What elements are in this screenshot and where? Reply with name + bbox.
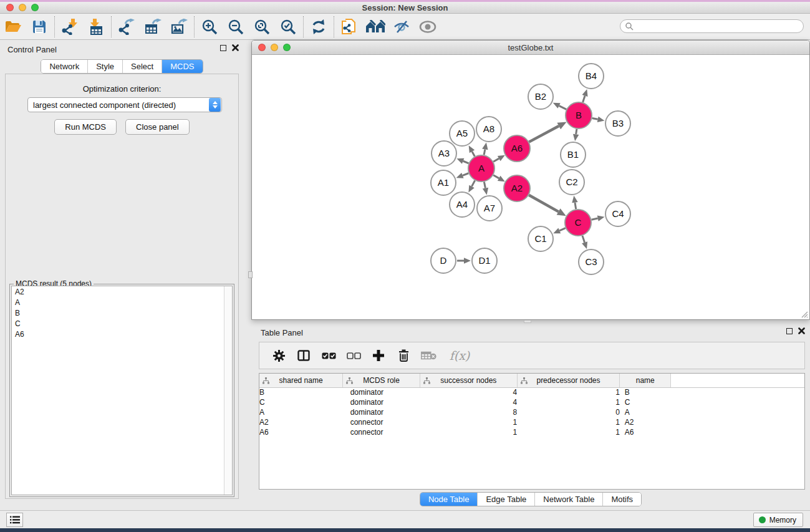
float-table-panel-icon[interactable] [786, 328, 793, 334]
tab-network-table[interactable]: Network Table [534, 493, 602, 506]
table-row[interactable]: A6connector11A6 [259, 427, 804, 437]
select-all-button[interactable] [321, 346, 337, 365]
split-view-button[interactable] [296, 346, 312, 365]
zoom-selected-button[interactable] [275, 15, 301, 39]
cell-MCDS-role[interactable]: connector [343, 417, 420, 427]
cell-name[interactable]: A [620, 407, 671, 417]
edge-B-B2[interactable] [559, 106, 567, 110]
edge-C-C4[interactable] [591, 218, 597, 220]
table-settings-button[interactable] [271, 346, 287, 365]
edge-A-A2[interactable] [493, 175, 499, 178]
tab-motifs[interactable]: Motifs [602, 493, 641, 506]
export-table-button[interactable] [140, 15, 166, 39]
cell-MCDS-role[interactable]: connector [343, 427, 420, 437]
cell-shared-name[interactable]: B [259, 387, 343, 397]
column-header-successor-nodes[interactable]: successor nodes [420, 374, 517, 387]
import-table-button[interactable] [83, 15, 109, 39]
search-input[interactable] [637, 22, 803, 31]
mcds-result-item[interactable]: A6 [12, 329, 232, 339]
show-panel-button[interactable] [415, 15, 441, 39]
edge-B-B3[interactable] [592, 118, 598, 119]
column-header-MCDS-role[interactable]: MCDS role [343, 374, 420, 387]
cell-MCDS-role[interactable]: dominator [343, 387, 420, 397]
edge-A-A5[interactable] [472, 152, 475, 157]
save-session-button[interactable] [26, 15, 52, 39]
export-network-button[interactable] [113, 15, 140, 39]
cell-name[interactable]: C [620, 397, 671, 407]
edge-A-A8[interactable] [484, 149, 485, 155]
open-session-button[interactable] [0, 15, 26, 39]
tab-select[interactable]: Select [122, 60, 162, 73]
tab-edge-table[interactable]: Edge Table [477, 493, 534, 506]
task-list-button[interactable] [6, 513, 23, 527]
tab-style[interactable]: Style [87, 60, 122, 73]
cell-successor-nodes[interactable]: 4 [420, 387, 517, 397]
cell-shared-name[interactable]: A2 [259, 417, 343, 427]
zoom-in-button[interactable] [196, 15, 223, 39]
mcds-result-item[interactable]: A2 [12, 286, 232, 297]
run-mcds-button[interactable]: Run MCDS [54, 119, 117, 135]
cell-MCDS-role[interactable]: dominator [343, 397, 420, 407]
cell-successor-nodes[interactable]: 8 [420, 407, 517, 417]
cell-MCDS-role[interactable]: dominator [343, 407, 420, 417]
cell-successor-nodes[interactable]: 4 [420, 397, 517, 407]
tab-node-table[interactable]: Node Table [420, 493, 478, 506]
tab-network[interactable]: Network [41, 60, 87, 73]
column-header-name[interactable]: name [620, 374, 671, 387]
edge-A-A4[interactable] [472, 180, 475, 186]
optimization-criterion-select[interactable]: largest connected component (directed) [27, 97, 222, 112]
export-image-button[interactable] [166, 15, 192, 39]
delete-column-button[interactable] [395, 346, 412, 365]
resize-grip-icon[interactable] [799, 309, 808, 318]
edge-B-B1[interactable] [576, 129, 577, 135]
scrollbar-track[interactable] [224, 286, 232, 495]
cell-successor-nodes[interactable]: 1 [420, 417, 517, 427]
memory-button[interactable]: Memory [753, 513, 803, 527]
edge-A-A6[interactable] [493, 158, 499, 162]
deselect-all-button[interactable] [345, 346, 362, 365]
cell-name[interactable]: A2 [620, 417, 671, 427]
column-header-predecessor-nodes[interactable]: predecessor nodes [517, 374, 620, 387]
network-graph[interactable]: AA1A2A3A4A5A6A7A8BB1B2B3B4CC1C2C3C4DD1 [252, 55, 809, 319]
network-canvas[interactable]: AA1A2A3A4A5A6A7A8BB1B2B3B4CC1C2C3C4DD1 [252, 55, 809, 319]
table-row[interactable]: A2connector11A2 [259, 417, 804, 427]
edge-C-C3[interactable] [582, 236, 585, 243]
table-row[interactable]: Bdominator41B [259, 387, 804, 397]
close-table-panel-icon[interactable] [798, 327, 805, 334]
search-box[interactable] [620, 19, 804, 33]
delete-table-button[interactable] [420, 346, 436, 365]
column-header-shared-name[interactable]: shared name [259, 374, 343, 387]
edge-C-C1[interactable] [559, 228, 566, 231]
refresh-button[interactable] [306, 15, 332, 39]
cell-predecessor-nodes[interactable]: 1 [517, 427, 620, 437]
zoom-fit-button[interactable] [249, 15, 275, 39]
float-panel-icon[interactable] [220, 45, 226, 51]
hide-panel-button[interactable] [388, 15, 415, 39]
cell-name[interactable]: A6 [620, 427, 671, 437]
vertical-splitter-handle[interactable] [248, 271, 253, 278]
cell-predecessor-nodes[interactable]: 0 [517, 407, 620, 417]
table-row[interactable]: Adominator80A [259, 407, 804, 417]
import-network-button[interactable] [57, 15, 83, 39]
cell-shared-name[interactable]: A [259, 407, 343, 417]
edge-A2-C[interactable] [529, 195, 558, 212]
table-row[interactable]: Cdominator41C [259, 397, 804, 407]
mcds-result-item[interactable]: C [12, 318, 232, 329]
edge-A6-B[interactable] [529, 126, 559, 142]
cell-shared-name[interactable]: C [259, 397, 343, 407]
cell-name[interactable]: B [620, 387, 671, 397]
close-panel-button[interactable]: Close panel [125, 119, 190, 135]
edge-A-A3[interactable] [463, 161, 469, 163]
network-window-titlebar[interactable]: testGlobe.txt [252, 41, 809, 55]
edge-A-A7[interactable] [484, 182, 485, 188]
mcds-result-item[interactable]: B [12, 307, 232, 318]
cell-successor-nodes[interactable]: 1 [420, 427, 517, 437]
edge-A-A1[interactable] [463, 173, 469, 176]
add-column-button[interactable] [370, 346, 387, 365]
edge-B-B4[interactable] [583, 95, 585, 102]
cell-predecessor-nodes[interactable]: 1 [517, 397, 620, 407]
home-button[interactable] [362, 15, 388, 39]
mcds-result-item[interactable]: A [12, 297, 232, 307]
node-table[interactable]: shared nameMCDS rolesuccessor nodesprede… [259, 373, 805, 490]
zoom-out-button[interactable] [223, 15, 249, 39]
